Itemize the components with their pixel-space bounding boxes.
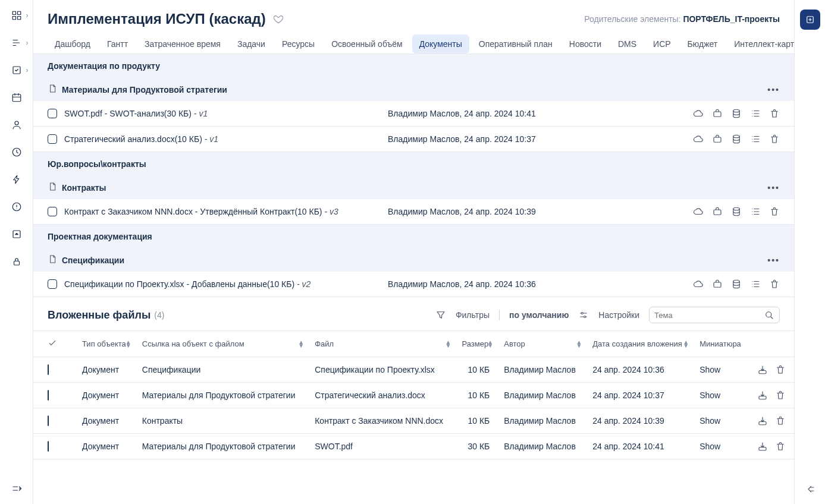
cloud-icon[interactable] (693, 206, 704, 217)
database-icon[interactable] (731, 108, 742, 119)
trash-icon[interactable] (769, 206, 780, 217)
cell-thumb[interactable]: Show (692, 357, 750, 383)
cell-link[interactable]: Материалы для Продуктовой стратегии (135, 434, 308, 459)
sidebar-gantt-icon[interactable] (8, 34, 25, 51)
cell-file[interactable]: Стратегический анализ.docx (308, 383, 454, 408)
folder-more-icon[interactable]: ••• (767, 183, 780, 193)
briefcase-icon[interactable] (712, 206, 723, 217)
briefcase-icon[interactable] (712, 134, 723, 144)
tab-0[interactable]: Дашборд (48, 34, 98, 53)
trash-icon[interactable] (775, 364, 786, 375)
trash-icon[interactable] (775, 390, 786, 401)
cell-link[interactable]: Контракты (135, 408, 308, 434)
file-name[interactable]: Стратегический анализ.docx(10 КБ) - v1 (64, 134, 218, 144)
sidebar-calendar-icon[interactable] (8, 89, 25, 106)
col-1[interactable]: Ссылка на объект с файлом▲▼ (135, 331, 308, 357)
list-icon[interactable] (750, 279, 761, 289)
filter-icon[interactable] (435, 310, 446, 320)
trash-icon[interactable] (769, 134, 780, 144)
sidebar-collapse-icon[interactable] (8, 226, 25, 242)
sidebar-dashboard-icon[interactable] (8, 7, 25, 24)
cell-thumb[interactable]: Show (692, 434, 750, 459)
cell-thumb[interactable]: Show (692, 383, 750, 408)
list-icon[interactable] (750, 108, 761, 119)
database-icon[interactable] (731, 206, 742, 217)
folder-more-icon[interactable]: ••• (767, 85, 780, 94)
folder-name[interactable]: Контракты (62, 183, 106, 193)
cell-link[interactable]: Спецификации (135, 357, 308, 383)
sidebar-lock-icon[interactable] (8, 253, 25, 270)
cell-thumb[interactable]: Show (692, 408, 750, 434)
col-2[interactable]: Файл▲▼ (308, 331, 454, 357)
tab-1[interactable]: Гантт (100, 34, 135, 53)
file-name[interactable]: SWOT.pdf - SWOT-анализ(30 КБ) - v1 (64, 109, 208, 118)
default-sort-button[interactable]: по умолчанию (509, 310, 569, 320)
checkbox[interactable] (48, 279, 57, 289)
checkbox[interactable] (48, 364, 49, 375)
cell-file[interactable]: Спецификации по Проекту.xlsx (308, 357, 454, 383)
download-icon[interactable] (757, 441, 768, 452)
filters-button[interactable]: Фильтры (456, 310, 490, 320)
list-icon[interactable] (750, 206, 761, 217)
database-icon[interactable] (731, 279, 742, 289)
folder-more-icon[interactable]: ••• (767, 256, 780, 265)
search-box[interactable] (649, 307, 780, 323)
trash-icon[interactable] (775, 441, 786, 452)
tab-2[interactable]: Затраченное время (137, 34, 228, 53)
parent-link[interactable]: ПОРТФЕЛЬ_IT-проекты (683, 14, 780, 24)
database-icon[interactable] (731, 134, 742, 144)
checkbox[interactable] (48, 109, 57, 118)
settings-button[interactable]: Настройки (598, 310, 639, 320)
tab-4[interactable]: Ресурсы (275, 34, 322, 53)
cell-file[interactable]: SWOT.pdf (308, 434, 454, 459)
list-icon[interactable] (750, 134, 761, 144)
sidebar-time-icon[interactable] (8, 144, 25, 160)
tab-6[interactable]: Документы (412, 34, 469, 53)
settings-icon[interactable] (578, 310, 589, 320)
content-scroll[interactable]: Документация по продуктуМатериалы для Пр… (33, 54, 794, 504)
briefcase-icon[interactable] (712, 108, 723, 119)
col-3[interactable]: Размер▲▼ (454, 331, 497, 357)
file-name[interactable]: Контракт с Заказчиком NNN.docx - Утвержд… (64, 207, 338, 216)
folder-name[interactable]: Спецификации (62, 256, 124, 265)
col-4[interactable]: Автор▲▼ (497, 331, 585, 357)
col-check[interactable] (33, 331, 75, 357)
cell-link[interactable]: Материалы для Продуктовой стратегии (135, 383, 308, 408)
search-icon[interactable] (764, 310, 774, 320)
cloud-icon[interactable] (693, 134, 704, 144)
download-icon[interactable] (757, 364, 768, 375)
briefcase-icon[interactable] (712, 279, 723, 289)
tab-11[interactable]: Бюджет (680, 34, 725, 53)
add-button[interactable] (800, 10, 820, 30)
rail-collapse-icon[interactable] (805, 484, 815, 494)
col-0[interactable]: Тип объекта▲▼ (75, 331, 135, 357)
file-name[interactable]: Спецификации по Проекту.xlsx - Добавлены… (64, 279, 310, 289)
tab-3[interactable]: Задачи (230, 34, 272, 53)
checkbox[interactable] (48, 441, 49, 452)
checkbox[interactable] (48, 415, 49, 426)
folder-name[interactable]: Материалы для Продуктовой стратегии (62, 85, 227, 94)
sidebar-lightning-icon[interactable] (8, 171, 25, 188)
col-5[interactable]: Дата создания вложения▲▼ (585, 331, 692, 357)
cloud-icon[interactable] (693, 108, 704, 119)
checkbox[interactable] (48, 390, 49, 401)
tab-12[interactable]: Интеллект-карты (727, 34, 794, 53)
cloud-icon[interactable] (693, 279, 704, 289)
trash-icon[interactable] (769, 279, 780, 289)
tab-9[interactable]: DMS (611, 34, 644, 53)
favorite-icon[interactable] (273, 14, 284, 24)
checkbox[interactable] (48, 134, 57, 144)
cell-file[interactable]: Контракт с Заказчиком NNN.docx (308, 408, 454, 434)
tab-8[interactable]: Новости (562, 34, 608, 53)
search-input[interactable] (654, 311, 764, 320)
tab-5[interactable]: Освоенный объём (324, 34, 409, 53)
sidebar-alert-icon[interactable] (8, 199, 25, 215)
trash-icon[interactable] (775, 415, 786, 426)
download-icon[interactable] (757, 415, 768, 426)
sidebar-expand-icon[interactable] (8, 480, 25, 497)
sidebar-task-icon[interactable] (8, 62, 25, 78)
tab-10[interactable]: ИСР (646, 34, 678, 53)
download-icon[interactable] (757, 390, 768, 401)
trash-icon[interactable] (769, 108, 780, 119)
sidebar-user-icon[interactable] (8, 116, 25, 133)
